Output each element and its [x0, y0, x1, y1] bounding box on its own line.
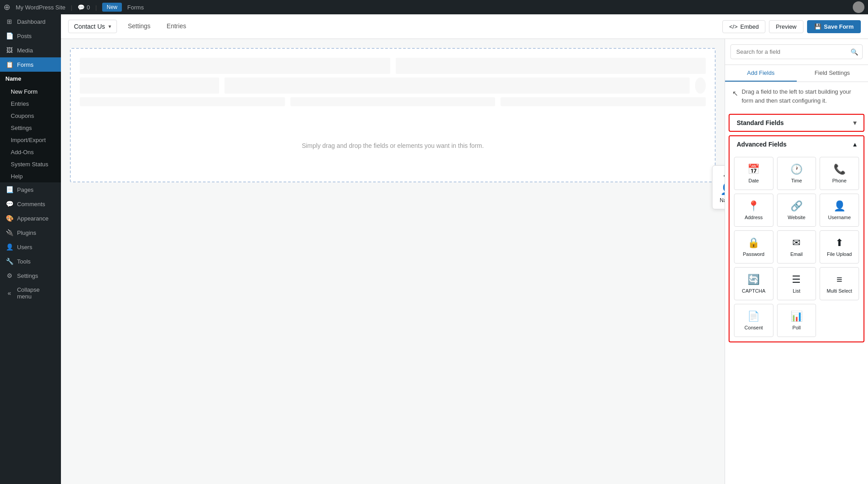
new-button[interactable]: New — [102, 3, 122, 12]
ghost-field — [80, 78, 219, 94]
right-panel: 🔍 Add Fields Field Settings ↖ Drag a fie… — [725, 39, 868, 484]
sidebar-item-settings[interactable]: ⚙ Settings — [0, 268, 61, 283]
list-label: List — [793, 288, 800, 294]
standard-fields-header[interactable]: Standard Fields ▾ — [729, 114, 864, 132]
sidebar-item-collapse[interactable]: « Collapse menu — [0, 283, 61, 303]
drag-handle-icon: ✥ — [720, 171, 725, 181]
search-wrap: 🔍 — [730, 44, 863, 59]
search-bar: 🔍 — [725, 39, 868, 65]
plugins-icon: 🔌 — [5, 229, 13, 236]
sidebar-item-plugins[interactable]: 🔌 Plugins — [0, 225, 61, 240]
address-icon: 📍 — [747, 200, 760, 212]
collapse-icon: « — [5, 290, 13, 297]
search-input[interactable] — [730, 44, 863, 59]
chevron-down-icon: ▾ — [853, 119, 856, 126]
field-item-captcha[interactable]: 🔄CAPTCHA — [734, 267, 773, 300]
field-item-consent[interactable]: 📄Consent — [734, 304, 773, 337]
sidebar-item-label: Appearance — [17, 215, 48, 222]
advanced-fields-header[interactable]: Advanced Fields ▴ — [730, 136, 864, 152]
field-item-multi-select[interactable]: ≡Multi Select — [820, 267, 859, 300]
sidebar-item-forms[interactable]: 📋 Forms — [0, 57, 61, 72]
topbar-actions: </> Embed Preview 💾 Save Form — [722, 20, 861, 33]
field-item-address[interactable]: 📍Address — [734, 194, 773, 227]
field-item-poll[interactable]: 📊Poll — [777, 304, 816, 337]
tab-settings[interactable]: Settings — [122, 20, 156, 33]
name-field-card[interactable]: ✥ 👤 Name — [712, 165, 725, 209]
email-icon: ✉ — [792, 237, 800, 249]
submenu-help[interactable]: Help — [0, 170, 61, 182]
sidebar-item-media[interactable]: 🖼 Media — [0, 43, 61, 57]
advanced-fields-section: Advanced Fields ▴ 📅Date🕐Time📞Phone📍Addre… — [729, 135, 864, 342]
ghost-row-1 — [80, 58, 706, 74]
field-item-date[interactable]: 📅Date — [734, 157, 773, 190]
username-label: Username — [828, 215, 851, 220]
field-item-username[interactable]: 👤Username — [820, 194, 859, 227]
submenu-import-export[interactable]: Import/Export — [0, 134, 61, 146]
email-label: Email — [790, 251, 803, 257]
wp-logo-icon: ⊕ — [4, 2, 10, 12]
field-item-time[interactable]: 🕐Time — [777, 157, 816, 190]
consent-label: Consent — [744, 325, 763, 330]
sidebar-item-label: Settings — [17, 272, 38, 279]
sidebar-item-appearance[interactable]: 🎨 Appearance — [0, 211, 61, 225]
sidebar-item-posts[interactable]: 📄 Posts — [0, 29, 61, 43]
captcha-icon: 🔄 — [747, 274, 760, 285]
sidebar-item-users[interactable]: 👤 Users — [0, 240, 61, 254]
ghost-row-2 — [80, 78, 706, 94]
advanced-fields-grid: 📅Date🕐Time📞Phone📍Address🔗Website👤Usernam… — [730, 152, 864, 341]
submenu-new-form[interactable]: New Form — [0, 86, 61, 98]
posts-icon: 📄 — [5, 32, 13, 39]
divider: | — [95, 4, 97, 11]
embed-code-icon: </> — [729, 23, 738, 30]
sidebar-item-comments[interactable]: 💬 Comments — [0, 197, 61, 211]
submenu-add-ons[interactable]: Add-Ons — [0, 146, 61, 158]
field-item-list[interactable]: ☰List — [777, 267, 816, 300]
ghost-field — [225, 78, 690, 94]
save-form-button[interactable]: 💾 Save Form — [807, 20, 861, 33]
ghost-field — [501, 97, 706, 106]
sidebar-item-label: Media — [17, 47, 33, 54]
drop-hint: Simply drag and drop the fields or eleme… — [80, 133, 706, 158]
sidebar-item-label: Users — [17, 244, 32, 251]
canvas-inner[interactable]: Simply drag and drop the fields or eleme… — [70, 48, 716, 182]
site-name: My WordPress Site — [16, 4, 65, 11]
comment-icon: 💬 — [78, 4, 85, 11]
sidebar-item-tools[interactable]: 🔧 Tools — [0, 254, 61, 268]
submenu-entries[interactable]: Entries — [0, 98, 61, 110]
website-icon: 🔗 — [790, 200, 803, 212]
sidebar-item-label: Comments — [17, 201, 45, 207]
submenu-system-status[interactable]: System Status — [0, 158, 61, 170]
field-item-phone[interactable]: 📞Phone — [820, 157, 859, 190]
sidebar-item-pages[interactable]: 📃 Pages — [0, 182, 61, 197]
tab-entries[interactable]: Entries — [161, 20, 192, 33]
file-upload-label: File Upload — [827, 251, 852, 257]
topbar: Contact Us ▾ Settings Entries </> Embed … — [61, 14, 868, 39]
main-area: Contact Us ▾ Settings Entries </> Embed … — [61, 0, 868, 484]
field-item-file-upload[interactable]: ⬆File Upload — [820, 230, 859, 264]
sidebar-item-dashboard[interactable]: ⊞ Dashboard — [0, 14, 61, 29]
time-icon: 🕐 — [790, 164, 803, 175]
tab-add-fields[interactable]: Add Fields — [725, 65, 797, 82]
form-canvas[interactable]: Simply drag and drop the fields or eleme… — [61, 39, 725, 484]
poll-label: Poll — [792, 325, 800, 330]
form-selector[interactable]: Contact Us ▾ — [68, 20, 117, 33]
preview-button[interactable]: Preview — [769, 20, 803, 33]
submenu-coupons[interactable]: Coupons — [0, 110, 61, 122]
field-item-password[interactable]: 🔒Password — [734, 230, 773, 264]
field-item-email[interactable]: ✉Email — [777, 230, 816, 264]
date-icon: 📅 — [747, 164, 760, 175]
tab-field-settings[interactable]: Field Settings — [797, 65, 868, 82]
phone-label: Phone — [832, 178, 846, 183]
embed-button[interactable]: </> Embed — [722, 20, 765, 33]
forms-label: Forms — [127, 4, 144, 11]
submenu-settings[interactable]: Settings — [0, 122, 61, 134]
sidebar: ⊞ Dashboard 📄 Posts 🖼 Media 📋 Forms Name… — [0, 0, 61, 484]
sidebar-item-label: Tools — [17, 258, 30, 265]
sidebar-item-label: Collapse menu — [17, 286, 56, 300]
chevron-down-icon: ▾ — [108, 23, 111, 30]
panel-tabs: Add Fields Field Settings — [725, 65, 868, 82]
cursor-icon: ↖ — [732, 88, 738, 99]
comments-badge: 💬 0 — [78, 4, 90, 11]
field-item-website[interactable]: 🔗Website — [777, 194, 816, 227]
ghost-row-3 — [80, 97, 706, 106]
